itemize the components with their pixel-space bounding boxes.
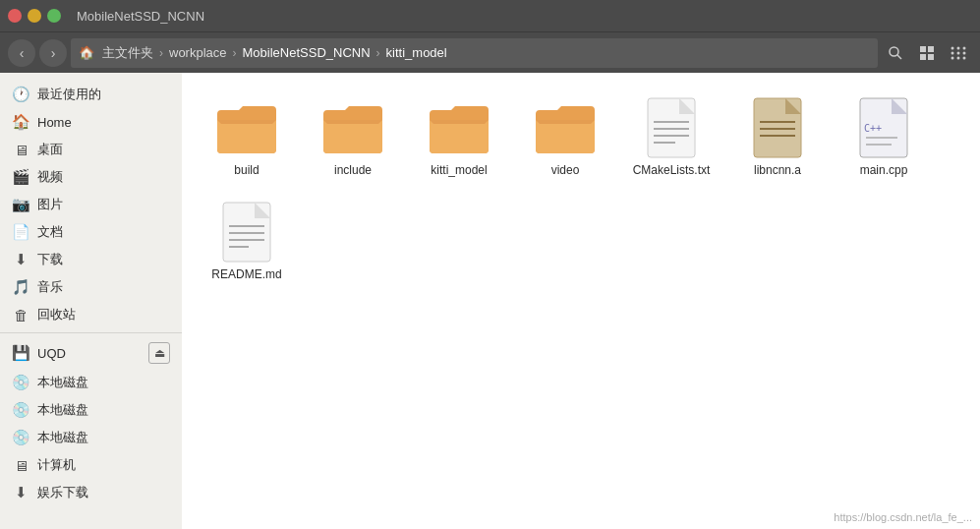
sidebar-item-label: 本地磁盘 xyxy=(37,401,170,419)
svg-line-1 xyxy=(897,55,901,59)
svg-rect-3 xyxy=(928,46,934,52)
file-item-readme[interactable]: README.md xyxy=(198,193,296,289)
sidebar-item-disk3[interactable]: 💿 本地磁盘 xyxy=(0,424,182,451)
file-item-include[interactable]: include xyxy=(304,88,402,185)
window-title: MobileNetSSD_NCNN xyxy=(77,9,204,24)
file-name: libncnn.a xyxy=(754,163,801,177)
sidebar-item-entertainment[interactable]: ⬇ 娱乐下载 xyxy=(0,479,182,506)
main-layout: 🕐 最近使用的 🏠 Home 🖥 桌面 🎬 视频 📷 图片 📄 文档 ⬇ 下载 xyxy=(0,73,980,529)
watermark: https://blog.csdn.net/la_fe_... xyxy=(834,511,972,523)
svg-point-13 xyxy=(957,56,960,59)
sidebar-item-label: Home xyxy=(37,115,170,130)
folder-icon xyxy=(534,96,597,159)
file-item-main-cpp[interactable]: C++ main.cpp xyxy=(835,88,933,185)
sidebar-item-pictures[interactable]: 📷 图片 xyxy=(0,191,182,218)
dl-icon: ⬇ xyxy=(12,484,29,501)
menu-button[interactable] xyxy=(945,39,972,67)
dots-icon xyxy=(951,45,966,61)
close-button[interactable] xyxy=(8,9,22,23)
folder-icon xyxy=(428,96,490,159)
download-icon: ⬇ xyxy=(12,251,29,268)
sidebar-item-label: 视频 xyxy=(37,168,170,186)
sidebar-item-label: 本地磁盘 xyxy=(37,374,170,391)
drive-icon: 💾 xyxy=(12,344,29,362)
file-name: kitti_model xyxy=(431,163,487,177)
search-button[interactable] xyxy=(882,39,909,67)
file-name: build xyxy=(234,163,259,177)
disk-icon: 💿 xyxy=(12,401,29,419)
forward-button[interactable]: › xyxy=(39,39,67,67)
text-file-icon xyxy=(640,96,703,159)
sidebar-item-documents[interactable]: 📄 文档 xyxy=(0,218,182,246)
breadcrumb-workplace[interactable]: workplace xyxy=(165,45,231,60)
disk-icon: 💿 xyxy=(12,429,29,446)
sidebar-item-label: 下载 xyxy=(37,251,170,268)
grid-icon xyxy=(919,45,935,61)
svg-rect-4 xyxy=(920,54,926,60)
sidebar-item-uqd[interactable]: 💾 UQD ⏏ xyxy=(0,337,182,369)
md-file-icon xyxy=(215,201,278,264)
trash-icon: 🗑 xyxy=(12,307,29,323)
svg-point-11 xyxy=(963,46,966,49)
titlebar: MobileNetSSD_NCNN xyxy=(0,0,980,31)
sidebar-item-label: 本地磁盘 xyxy=(37,429,170,446)
file-item-kitti-model[interactable]: kitti_model xyxy=(410,88,508,185)
sidebar-item-label: 娱乐下载 xyxy=(37,484,170,501)
document-icon: 📄 xyxy=(12,223,29,241)
sidebar-item-label: 最近使用的 xyxy=(37,86,170,103)
breadcrumb-kitti[interactable]: kitti_model xyxy=(382,45,451,60)
window-controls xyxy=(8,9,61,23)
sidebar-item-disk2[interactable]: 💿 本地磁盘 xyxy=(0,396,182,424)
file-name: CMakeLists.txt xyxy=(633,163,711,177)
sidebar-item-label: 图片 xyxy=(37,196,170,213)
sidebar-item-video[interactable]: 🎬 视频 xyxy=(0,163,182,191)
sidebar-item-trash[interactable]: 🗑 回收站 xyxy=(0,301,182,328)
sidebar-item-recent[interactable]: 🕐 最近使用的 xyxy=(0,81,182,108)
cpp-file-icon: C++ xyxy=(852,96,915,159)
file-item-video[interactable]: video xyxy=(516,88,614,185)
file-item-libncnn[interactable]: libncnn.a xyxy=(728,88,827,185)
sidebar-item-label: 计算机 xyxy=(37,456,170,474)
toolbar-actions xyxy=(882,39,972,67)
clock-icon: 🕐 xyxy=(12,86,29,103)
svg-point-6 xyxy=(951,51,954,54)
sidebar-item-label: 音乐 xyxy=(37,278,170,296)
sidebar-item-home[interactable]: 🏠 Home xyxy=(0,108,182,136)
sidebar-item-downloads[interactable]: ⬇ 下载 xyxy=(0,246,182,273)
svg-point-10 xyxy=(957,46,960,49)
sidebar-item-music[interactable]: 🎵 音乐 xyxy=(0,273,182,301)
toolbar: ‹ › 🏠 主文件夹 › workplace › MobileNetSSD_NC… xyxy=(0,31,980,73)
maximize-button[interactable] xyxy=(47,9,61,23)
desktop-icon: 🖥 xyxy=(12,142,29,158)
sidebar-item-desktop[interactable]: 🖥 桌面 xyxy=(0,136,182,163)
svg-point-14 xyxy=(963,56,966,59)
sidebar-item-disk1[interactable]: 💿 本地磁盘 xyxy=(0,369,182,396)
file-name: README.md xyxy=(211,267,281,281)
computer-icon: 🖥 xyxy=(12,457,29,474)
sidebar-item-computer[interactable]: 🖥 计算机 xyxy=(0,451,182,479)
folder-icon xyxy=(321,96,384,159)
sidebar-item-label: UQD xyxy=(37,346,141,361)
camera-icon: 📷 xyxy=(12,196,29,213)
svg-point-12 xyxy=(951,56,954,59)
sidebar: 🕐 最近使用的 🏠 Home 🖥 桌面 🎬 视频 📷 图片 📄 文档 ⬇ 下载 xyxy=(0,73,182,529)
file-item-build[interactable]: build xyxy=(198,88,296,185)
file-item-cmake[interactable]: CMakeLists.txt xyxy=(622,88,721,185)
svg-point-8 xyxy=(963,51,966,54)
home-icon: 🏠 xyxy=(12,113,29,131)
eject-button[interactable]: ⏏ xyxy=(148,342,170,364)
breadcrumb-home[interactable]: 主文件夹 xyxy=(98,44,157,62)
svg-point-0 xyxy=(890,47,898,56)
disk-icon: 💿 xyxy=(12,374,29,391)
search-icon xyxy=(888,45,903,61)
music-icon: 🎵 xyxy=(12,278,29,296)
svg-rect-2 xyxy=(920,46,926,52)
svg-rect-5 xyxy=(928,54,934,60)
sidebar-item-label: 回收站 xyxy=(37,306,170,323)
back-button[interactable]: ‹ xyxy=(8,39,35,67)
file-name: include xyxy=(334,163,372,177)
minimize-button[interactable] xyxy=(28,9,41,23)
breadcrumb-mobilenetssd[interactable]: MobileNetSSD_NCNN xyxy=(239,45,375,60)
grid-view-button[interactable] xyxy=(913,39,941,67)
file-name: main.cpp xyxy=(860,163,908,177)
